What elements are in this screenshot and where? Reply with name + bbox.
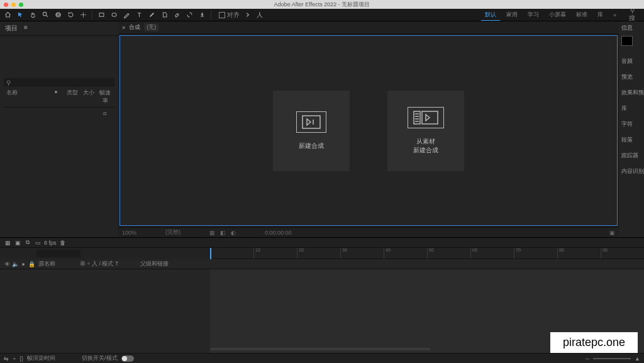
svg-rect-4 <box>99 13 104 17</box>
timeline-layers-area[interactable] <box>0 269 210 353</box>
lock-icon[interactable]: 🔒 <box>28 261 35 267</box>
flowchart-icon[interactable]: ⧈ <box>103 110 109 116</box>
current-time[interactable]: 0:00:00:00 <box>265 230 292 236</box>
type-tool[interactable] <box>134 10 144 20</box>
workspace-tab-learn[interactable]: 学习 <box>524 9 543 20</box>
window-titlebar: Adobe After Effects 2022 - 无标题项目 <box>0 0 644 9</box>
timeline-left-pane: 👁 🔈 ● 🔒 源名称 单 ÷ 入 / 模式 T 父级和链接 <box>0 248 210 353</box>
graph-icon[interactable]: ⌁ <box>13 355 16 362</box>
anchor-tool[interactable] <box>78 10 88 20</box>
ellipse-tool[interactable] <box>109 10 119 20</box>
rotate-tool[interactable] <box>65 10 75 20</box>
fps-label: 8 fps <box>44 240 57 246</box>
panel-tab-character[interactable]: 字符 <box>621 120 633 128</box>
tab-close-icon[interactable]: × <box>122 25 125 31</box>
snap-grid-icon[interactable]: 人 <box>255 10 265 20</box>
interpret-footage-icon[interactable]: ▦ <box>4 239 11 247</box>
new-comp-icon[interactable]: ⧉ <box>24 239 31 247</box>
zoom-dropdown[interactable]: 100% <box>122 230 136 236</box>
ruler-tick: 30 <box>340 248 347 259</box>
trash-icon[interactable]: 🗑 <box>59 239 67 247</box>
timeline-column-header: 👁 🔈 ● 🔒 源名称 单 ÷ 入 / 模式 T 父级和链接 <box>0 259 210 269</box>
panel-tab-effects[interactable]: 效果和预设 <box>621 89 644 97</box>
rect-tool[interactable] <box>96 10 106 20</box>
panel-tab-contentaware[interactable]: 内容识别填充 <box>621 167 644 176</box>
watermark-badge: piratepc.one <box>550 332 638 353</box>
snap-options-icon[interactable] <box>242 10 252 20</box>
channel-icon[interactable]: ◐ <box>231 230 236 236</box>
clone-tool[interactable] <box>159 10 169 20</box>
zoom-in-icon[interactable]: ▲ <box>635 355 640 362</box>
orbit-tool[interactable] <box>53 10 63 20</box>
project-items-area[interactable]: ⧈ <box>4 108 114 233</box>
workspace-menu-icon[interactable]: » <box>609 11 620 20</box>
source-name-column[interactable]: 源名称 <box>38 260 76 268</box>
panel-tab-tracker[interactable]: 跟踪器 <box>621 152 638 160</box>
brush-tool[interactable] <box>147 10 157 20</box>
solo-icon[interactable]: ● <box>20 261 26 267</box>
new-folder-icon[interactable]: ▣ <box>14 239 21 247</box>
panel-tab-preview[interactable]: 预览 <box>621 73 633 81</box>
color-swatch <box>621 36 633 46</box>
hand-tool[interactable] <box>28 10 38 20</box>
mode-toggle-switch[interactable] <box>121 355 134 362</box>
audio-speaker-icon[interactable]: 🔈 <box>12 261 18 267</box>
eraser-tool[interactable] <box>172 10 182 20</box>
mask-icon[interactable]: ◧ <box>220 230 226 236</box>
panel-tab-libraries[interactable]: 库 <box>621 104 627 113</box>
snap-toggle[interactable]: 对齐 <box>219 11 240 20</box>
camera-icon[interactable]: ▣ <box>609 230 615 236</box>
workspace-tab-small[interactable]: 小屏幕 <box>545 9 570 20</box>
zoom-tool[interactable] <box>40 10 50 20</box>
column-tag[interactable]: ● <box>49 89 63 105</box>
info-panel-title[interactable]: 信息 <box>621 24 633 32</box>
workspace-tab-default[interactable]: 默认 <box>481 9 500 21</box>
project-panel: 项目 ≡ ⚲ 名称 ● 类型 大小 帧速率 ⧈ <box>0 21 118 237</box>
timeline-work-area[interactable] <box>210 259 644 269</box>
timeline-ruler[interactable]: 10 20 30 40 50 60 70 80 90 <box>210 248 644 259</box>
timeline-navigator[interactable] <box>210 348 430 350</box>
project-search-input[interactable]: ⚲ <box>4 78 114 87</box>
roto-tool[interactable] <box>184 10 194 20</box>
mode-column[interactable]: 单 ÷ 入 / 模式 T <box>80 260 136 268</box>
window-title: Adobe After Effects 2022 - 无标题项目 <box>0 1 644 9</box>
resolution-dropdown[interactable]: (完整) <box>165 228 180 237</box>
panel-tab-paragraph[interactable]: 段落 <box>621 136 633 144</box>
main-area: 项目 ≡ ⚲ 名称 ● 类型 大小 帧速率 ⧈ × 合成 (无) <box>0 21 644 237</box>
column-framerate[interactable]: 帧速率 <box>98 89 112 105</box>
pen-tool[interactable] <box>121 10 131 20</box>
panel-menu-icon[interactable]: ≡ <box>24 24 28 33</box>
composition-tab-label[interactable]: 合成 <box>129 23 140 31</box>
render-time-toggle[interactable]: 帧渲染时间 <box>27 354 55 362</box>
zoom-slider[interactable] <box>593 358 631 359</box>
parent-column[interactable]: 父级和链接 <box>140 260 169 268</box>
project-tab[interactable]: 项目 <box>5 24 18 33</box>
new-from-footage-button[interactable]: 从素材 新建合成 <box>387 91 464 171</box>
new-composition-button[interactable]: 新建合成 <box>273 91 350 171</box>
home-icon[interactable] <box>3 10 13 20</box>
search-help-icon[interactable]: ⚲ 搜 <box>626 7 638 23</box>
footage-comp-icon <box>408 107 444 128</box>
grid-icon[interactable]: ▦ <box>209 230 215 236</box>
panel-tab-audio[interactable]: 音频 <box>621 57 633 65</box>
ruler-tick: 10 <box>253 248 260 259</box>
workspace-tab-libraries[interactable]: 库 <box>594 9 607 20</box>
expand-icon[interactable]: ⇆ <box>4 355 9 362</box>
selection-tool[interactable] <box>15 10 25 20</box>
expand-all-icon[interactable]: {} <box>19 355 23 362</box>
bpc-icon[interactable]: ▭ <box>34 239 42 247</box>
project-columns-header: 名称 ● 类型 大小 帧速率 <box>4 87 114 108</box>
zoom-out-icon[interactable]: ─ <box>586 355 589 362</box>
timeline-search-input[interactable] <box>36 250 80 257</box>
workspace-tab-standard[interactable]: 标准 <box>572 9 591 20</box>
workspace-switcher: 默认 家用 学习 小屏幕 标准 库 » ⚲ 搜 <box>481 7 641 23</box>
workspace-tab-home[interactable]: 家用 <box>502 9 521 20</box>
column-name[interactable]: 名称 <box>6 89 47 105</box>
puppet-tool[interactable] <box>197 10 207 20</box>
column-size[interactable]: 大小 <box>82 89 96 105</box>
video-eye-icon[interactable]: 👁 <box>4 261 10 267</box>
column-type[interactable]: 类型 <box>65 89 79 105</box>
playhead-icon[interactable] <box>210 248 211 259</box>
av-column-icons: 👁 🔈 ● 🔒 <box>4 261 35 267</box>
switches-mode-toggle[interactable]: 切换开关/模式 <box>82 354 118 362</box>
